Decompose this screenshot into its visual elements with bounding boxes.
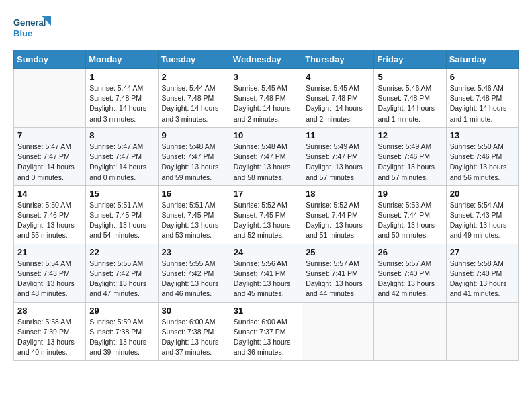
calendar-cell: 30Sunrise: 6:00 AMSunset: 7:38 PMDayligh…: [158, 302, 230, 361]
cell-info: Sunrise: 5:57 AMSunset: 7:41 PMDaylight:…: [306, 259, 370, 300]
calendar-body: 1Sunrise: 5:44 AMSunset: 7:48 PMDaylight…: [14, 69, 519, 361]
day-number: 3: [234, 72, 298, 82]
svg-text:General: General: [13, 17, 46, 28]
cell-info: Sunrise: 5:58 AMSunset: 7:40 PMDaylight:…: [450, 259, 515, 300]
cell-info: Sunrise: 5:50 AMSunset: 7:46 PMDaylight:…: [17, 200, 82, 241]
day-number: 28: [17, 306, 82, 316]
calendar-cell: 13Sunrise: 5:50 AMSunset: 7:46 PMDayligh…: [446, 127, 518, 185]
cell-info: Sunrise: 5:57 AMSunset: 7:40 PMDaylight:…: [378, 259, 442, 300]
day-number: 17: [234, 189, 298, 199]
calendar-cell: 24Sunrise: 5:56 AMSunset: 7:41 PMDayligh…: [230, 244, 302, 302]
calendar-cell: 1Sunrise: 5:44 AMSunset: 7:48 PMDaylight…: [86, 69, 158, 128]
svg-text:Blue: Blue: [13, 28, 32, 38]
calendar-cell: 20Sunrise: 5:54 AMSunset: 7:43 PMDayligh…: [446, 185, 518, 244]
day-number: 29: [89, 306, 154, 316]
day-number: 24: [234, 247, 298, 257]
cell-info: Sunrise: 6:00 AMSunset: 7:38 PMDaylight:…: [162, 317, 226, 358]
day-number: 4: [306, 72, 370, 82]
day-number: 22: [89, 247, 154, 257]
calendar-cell: 25Sunrise: 5:57 AMSunset: 7:41 PMDayligh…: [302, 244, 374, 302]
calendar-cell: 22Sunrise: 5:55 AMSunset: 7:42 PMDayligh…: [86, 244, 158, 302]
calendar-cell: 4Sunrise: 5:45 AMSunset: 7:48 PMDaylight…: [302, 69, 374, 128]
day-number: 6: [450, 72, 515, 82]
cell-info: Sunrise: 5:53 AMSunset: 7:44 PMDaylight:…: [378, 200, 442, 241]
cell-info: Sunrise: 5:58 AMSunset: 7:39 PMDaylight:…: [17, 317, 82, 358]
calendar-week-row: 21Sunrise: 5:54 AMSunset: 7:43 PMDayligh…: [14, 244, 519, 302]
calendar-week-row: 14Sunrise: 5:50 AMSunset: 7:46 PMDayligh…: [14, 185, 519, 244]
day-number: 12: [378, 130, 442, 140]
calendar-table: SundayMondayTuesdayWednesdayThursdayFrid…: [13, 50, 519, 361]
calendar-cell: 27Sunrise: 5:58 AMSunset: 7:40 PMDayligh…: [446, 244, 518, 302]
calendar-cell: 21Sunrise: 5:54 AMSunset: 7:43 PMDayligh…: [14, 244, 86, 302]
day-number: 11: [306, 130, 370, 140]
calendar-cell: 16Sunrise: 5:51 AMSunset: 7:45 PMDayligh…: [158, 185, 230, 244]
day-number: 8: [89, 130, 154, 140]
cell-info: Sunrise: 5:55 AMSunset: 7:42 PMDaylight:…: [89, 259, 154, 300]
calendar-cell: 3Sunrise: 5:45 AMSunset: 7:48 PMDaylight…: [230, 69, 302, 128]
calendar-cell: 26Sunrise: 5:57 AMSunset: 7:40 PMDayligh…: [374, 244, 446, 302]
cell-info: Sunrise: 5:54 AMSunset: 7:43 PMDaylight:…: [17, 259, 82, 300]
cell-info: Sunrise: 5:50 AMSunset: 7:46 PMDaylight:…: [450, 142, 515, 183]
day-number: 2: [162, 72, 226, 82]
calendar-week-row: 7Sunrise: 5:47 AMSunset: 7:47 PMDaylight…: [14, 127, 519, 185]
cell-info: Sunrise: 5:47 AMSunset: 7:47 PMDaylight:…: [17, 142, 82, 183]
day-number: 23: [162, 247, 226, 257]
cell-info: Sunrise: 5:59 AMSunset: 7:38 PMDaylight:…: [89, 317, 154, 358]
day-number: 14: [17, 189, 82, 199]
calendar-cell: 31Sunrise: 6:00 AMSunset: 7:37 PMDayligh…: [230, 302, 302, 361]
cell-info: Sunrise: 6:00 AMSunset: 7:37 PMDaylight:…: [234, 317, 298, 358]
day-of-week-header: Saturday: [446, 50, 518, 69]
logo: GeneralBlue: [13, 13, 54, 43]
calendar-cell: [374, 302, 446, 361]
day-number: 5: [378, 72, 442, 82]
calendar-cell: 28Sunrise: 5:58 AMSunset: 7:39 PMDayligh…: [14, 302, 86, 361]
day-number: 27: [450, 247, 515, 257]
day-of-week-header: Tuesday: [158, 50, 230, 69]
day-number: 31: [234, 306, 298, 316]
calendar-cell: 12Sunrise: 5:49 AMSunset: 7:46 PMDayligh…: [374, 127, 446, 185]
day-number: 9: [162, 130, 226, 140]
calendar-cell: 7Sunrise: 5:47 AMSunset: 7:47 PMDaylight…: [14, 127, 86, 185]
day-number: 13: [450, 130, 515, 140]
cell-info: Sunrise: 5:48 AMSunset: 7:47 PMDaylight:…: [162, 142, 226, 183]
days-of-week-row: SundayMondayTuesdayWednesdayThursdayFrid…: [14, 50, 519, 69]
calendar-cell: 23Sunrise: 5:55 AMSunset: 7:42 PMDayligh…: [158, 244, 230, 302]
day-of-week-header: Friday: [374, 50, 446, 69]
cell-info: Sunrise: 5:56 AMSunset: 7:41 PMDaylight:…: [234, 259, 298, 300]
day-number: 30: [162, 306, 226, 316]
day-of-week-header: Sunday: [14, 50, 86, 69]
calendar-cell: 17Sunrise: 5:52 AMSunset: 7:45 PMDayligh…: [230, 185, 302, 244]
calendar-cell: 8Sunrise: 5:47 AMSunset: 7:47 PMDaylight…: [86, 127, 158, 185]
calendar-cell: 5Sunrise: 5:46 AMSunset: 7:48 PMDaylight…: [374, 69, 446, 128]
day-number: 18: [306, 189, 370, 199]
day-number: 7: [17, 130, 82, 140]
cell-info: Sunrise: 5:55 AMSunset: 7:42 PMDaylight:…: [162, 259, 226, 300]
cell-info: Sunrise: 5:52 AMSunset: 7:45 PMDaylight:…: [234, 200, 298, 241]
cell-info: Sunrise: 5:47 AMSunset: 7:47 PMDaylight:…: [89, 142, 154, 183]
calendar-cell: [446, 302, 518, 361]
cell-info: Sunrise: 5:51 AMSunset: 7:45 PMDaylight:…: [162, 200, 226, 241]
page-header: GeneralBlue: [13, 13, 519, 43]
cell-info: Sunrise: 5:52 AMSunset: 7:44 PMDaylight:…: [306, 200, 370, 241]
calendar-cell: 18Sunrise: 5:52 AMSunset: 7:44 PMDayligh…: [302, 185, 374, 244]
cell-info: Sunrise: 5:45 AMSunset: 7:48 PMDaylight:…: [306, 83, 370, 124]
day-number: 1: [89, 72, 154, 82]
day-number: 25: [306, 247, 370, 257]
cell-info: Sunrise: 5:48 AMSunset: 7:47 PMDaylight:…: [234, 142, 298, 183]
calendar-cell: [302, 302, 374, 361]
calendar-cell: 9Sunrise: 5:48 AMSunset: 7:47 PMDaylight…: [158, 127, 230, 185]
cell-info: Sunrise: 5:46 AMSunset: 7:48 PMDaylight:…: [378, 83, 442, 124]
cell-info: Sunrise: 5:51 AMSunset: 7:45 PMDaylight:…: [89, 200, 154, 241]
day-number: 15: [89, 189, 154, 199]
day-number: 20: [450, 189, 515, 199]
cell-info: Sunrise: 5:49 AMSunset: 7:47 PMDaylight:…: [306, 142, 370, 183]
day-of-week-header: Wednesday: [230, 50, 302, 69]
cell-info: Sunrise: 5:49 AMSunset: 7:46 PMDaylight:…: [378, 142, 442, 183]
cell-info: Sunrise: 5:46 AMSunset: 7:48 PMDaylight:…: [450, 83, 515, 124]
calendar-cell: 6Sunrise: 5:46 AMSunset: 7:48 PMDaylight…: [446, 69, 518, 128]
logo-svg: GeneralBlue: [13, 13, 54, 43]
day-of-week-header: Monday: [86, 50, 158, 69]
cell-info: Sunrise: 5:54 AMSunset: 7:43 PMDaylight:…: [450, 200, 515, 241]
calendar-cell: [14, 69, 86, 128]
calendar-week-row: 1Sunrise: 5:44 AMSunset: 7:48 PMDaylight…: [14, 69, 519, 128]
